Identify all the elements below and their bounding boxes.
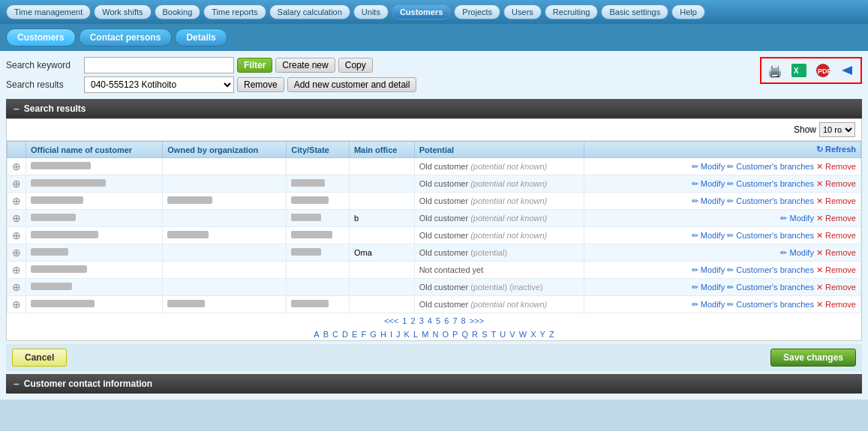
row-add-icon[interactable]: ⊕ [12,264,21,276]
subnav-customers[interactable]: Customers [6,28,76,46]
nav-recruiting[interactable]: Recruiting [545,4,599,19]
page-5[interactable]: 5 [436,316,440,325]
alpha-R[interactable]: R [472,330,478,339]
remove-link[interactable]: ✕ Remove [816,283,856,292]
alpha-K[interactable]: K [404,330,410,339]
nav-booking[interactable]: Booking [155,4,201,19]
section-toggle-icon[interactable]: – [14,103,20,115]
branches-link[interactable]: ✏ Customer's branches [727,265,814,274]
alpha-H[interactable]: H [380,330,386,339]
page-7[interactable]: 7 [452,316,457,325]
modify-link[interactable]: ✏ Modify [780,214,813,223]
alpha-J[interactable]: J [396,330,401,339]
row-add-icon[interactable]: ⊕ [12,298,21,310]
branches-link[interactable]: ✏ Customer's branches [727,196,814,205]
page-8[interactable]: 8 [461,316,466,325]
col-main-office[interactable]: Main office [349,142,414,158]
alpha-Z[interactable]: Z [549,330,554,339]
modify-link[interactable]: ✏ Modify [692,162,725,171]
refresh-icon[interactable]: ↻ [816,145,823,154]
nav-customers[interactable]: Customers [392,4,451,19]
alpha-C[interactable]: C [332,330,338,339]
nav-projects[interactable]: Projects [454,4,500,19]
arrow-icon[interactable] [836,61,857,79]
modify-link[interactable]: ✏ Modify [780,248,813,257]
alpha-P[interactable]: P [452,330,458,339]
alpha-N[interactable]: N [432,330,438,339]
copy-button[interactable]: Copy [338,58,373,73]
col-city[interactable]: City/State [287,142,350,158]
remove-link[interactable]: ✕ Remove [816,196,856,205]
page-6[interactable]: 6 [444,316,449,325]
row-add-icon[interactable]: ⊕ [12,178,21,190]
alpha-E[interactable]: E [352,330,357,339]
branches-link[interactable]: ✏ Customer's branches [727,231,814,240]
remove-button[interactable]: Remove [237,77,284,92]
nav-time-reports[interactable]: Time reports [203,4,266,19]
page-4[interactable]: 4 [428,316,432,325]
save-changes-button[interactable]: Save changes [770,349,856,367]
alpha-D[interactable]: D [342,330,348,339]
col-owned-by[interactable]: Owned by organization [163,142,287,158]
branches-link[interactable]: ✏ Customer's branches [727,162,814,171]
modify-link[interactable]: ✏ Modify [692,179,725,188]
alpha-Y[interactable]: Y [540,330,545,339]
subnav-details[interactable]: Details [175,28,227,46]
modify-link[interactable]: ✏ Modify [692,265,725,274]
print-icon[interactable]: 🖨️ [764,61,785,79]
nav-basic-settings[interactable]: Basic settings [601,4,668,19]
alpha-X[interactable]: X [530,330,536,339]
modify-link[interactable]: ✏ Modify [692,231,725,240]
alpha-W[interactable]: W [519,330,527,339]
excel-icon[interactable]: X [788,61,809,79]
page-2[interactable]: 2 [410,316,415,325]
remove-link[interactable]: ✕ Remove [816,300,856,309]
modify-link[interactable]: ✏ Modify [692,196,725,205]
alpha-L[interactable]: L [413,330,418,339]
alpha-G[interactable]: G [370,330,377,339]
page-prev[interactable]: <<< [384,316,398,325]
alpha-V[interactable]: V [509,330,515,339]
subnav-contact-persons[interactable]: Contact persons [79,28,173,46]
alpha-I[interactable]: I [390,330,392,339]
show-rows-select[interactable]: 10 ro 25 50 [819,122,855,137]
alpha-O[interactable]: O [442,330,449,339]
nav-salary-calculation[interactable]: Salary calculation [269,4,350,19]
col-potential[interactable]: Potential [414,142,584,158]
branches-link[interactable]: ✏ Customer's branches [727,179,814,188]
branches-link[interactable]: ✏ Customer's branches [727,300,814,309]
row-add-icon[interactable]: ⊕ [12,160,21,172]
alpha-U[interactable]: U [500,330,506,339]
contact-section-toggle[interactable]: – [14,378,20,390]
search-results-select[interactable]: 040-555123 Kotihoito [84,76,234,93]
nav-help[interactable]: Help [671,4,705,19]
row-add-icon[interactable]: ⊕ [12,281,21,293]
row-add-icon[interactable]: ⊕ [12,212,21,224]
page-3[interactable]: 3 [419,316,424,325]
nav-work-shifts[interactable]: Work shifts [94,4,151,19]
row-add-icon[interactable]: ⊕ [12,195,21,207]
create-new-button[interactable]: Create new [275,58,335,73]
pdf-icon[interactable]: PDF [812,61,833,79]
remove-link[interactable]: ✕ Remove [816,179,856,188]
alpha-M[interactable]: M [422,330,428,339]
filter-button[interactable]: Filter [237,58,272,73]
alpha-Q[interactable]: Q [461,330,468,339]
modify-link[interactable]: ✏ Modify [692,300,725,309]
col-official-name[interactable]: Official name of customer [26,142,163,158]
remove-link[interactable]: ✕ Remove [816,162,856,171]
alpha-T[interactable]: T [491,330,497,339]
nav-units[interactable]: Units [353,4,389,19]
nav-time-management[interactable]: Time management [6,4,91,19]
add-customer-detail-button[interactable]: Add new customer and detail [287,77,417,92]
branches-link[interactable]: ✏ Customer's branches [727,283,814,292]
alpha-S[interactable]: S [482,330,487,339]
page-next[interactable]: >>> [470,316,484,325]
page-1[interactable]: 1 [402,316,407,325]
nav-users[interactable]: Users [503,4,542,19]
alpha-F[interactable]: F [361,330,366,339]
search-input[interactable] [84,57,234,73]
remove-link[interactable]: ✕ Remove [816,265,856,274]
alpha-A[interactable]: A [314,330,319,339]
remove-link[interactable]: ✕ Remove [816,214,856,223]
